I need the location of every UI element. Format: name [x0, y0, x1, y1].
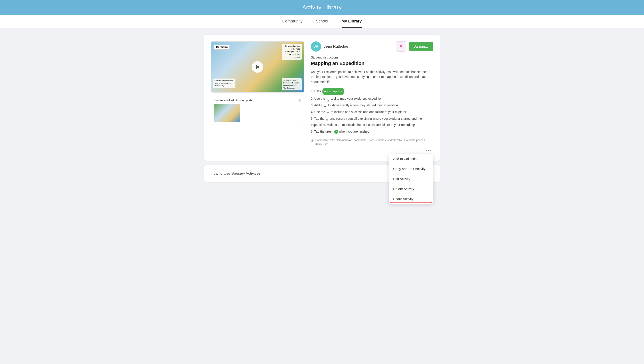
instruction-step-5: 5. Tap the ✏ and record yourself explain…	[311, 116, 433, 128]
video-thumbnail[interactable]: Cermeno Cermeno had one of the most thor…	[211, 42, 304, 92]
dropdown-edit-activity[interactable]: Edit Activity	[389, 174, 433, 184]
template-box: Students will edit this template 📎	[211, 96, 304, 125]
paperclip-icon: 📎	[298, 98, 301, 102]
step-num-1: 1. Click	[311, 88, 321, 94]
activity-info: JR Jean Rutledge Assign... Student Instr…	[311, 42, 433, 154]
star-icon: ✦	[323, 104, 327, 108]
dropdown-copy-edit[interactable]: Copy and Edit Activity	[389, 164, 433, 174]
author-info: JR Jean Rutledge	[311, 42, 348, 52]
add-response-badge: Add response	[322, 88, 344, 95]
step-text-4: 4. Use the T to include one success and …	[311, 109, 407, 115]
main-content: Cermeno Cermeno had one of the most thor…	[200, 35, 444, 182]
activity-card: Cermeno Cermeno had one of the most thor…	[204, 35, 440, 161]
template-label: Students will edit this template	[214, 98, 252, 102]
tab-community[interactable]: Community	[282, 19, 302, 28]
device-icon: 🖥	[311, 138, 314, 143]
video-label-bottom-right: On July 5, 1595 Cermeno left Manila isla…	[282, 78, 302, 90]
video-label-right: Cermeno had one of the most thorough map…	[282, 44, 302, 60]
text-icon: T	[326, 110, 330, 114]
dropdown-add-collection[interactable]: Add to Collection	[389, 154, 433, 164]
nav-tabs: Community School My Library	[0, 15, 644, 28]
dropdown-delete-activity[interactable]: Delete Activity	[389, 184, 433, 194]
tab-my-library[interactable]: My Library	[342, 19, 362, 28]
more-btn-row: ••• Add to Collection Copy and Edit Acti…	[311, 147, 433, 154]
triangle-icon: △	[326, 97, 330, 101]
instruction-step-6: 6. Tap the green ✓ when you are finished…	[311, 128, 433, 134]
author-name: Jean Rutledge	[324, 44, 348, 49]
instruction-step-2: 2. Use the △ tool to map your explorers'…	[311, 96, 433, 102]
page-title: Activity Library	[0, 4, 644, 11]
step-text-5: 5. Tap the ✏ and record yourself explain…	[311, 116, 433, 128]
activity-title: Mapping an Expedition	[311, 60, 433, 66]
favorite-button[interactable]	[396, 42, 406, 52]
instruction-step-4: 4. Use the T to include one success and …	[311, 109, 433, 115]
activity-media: Cermeno Cermeno had one of the most thor…	[211, 42, 304, 154]
step-text-6: 6. Tap the green ✓ when you are finished…	[311, 128, 370, 134]
tab-school[interactable]: School	[316, 19, 328, 28]
activity-header-row: JR Jean Rutledge Assign...	[311, 42, 433, 52]
activity-description: Use your Explorers packet to help work o…	[311, 70, 433, 84]
avatar: JR	[311, 42, 321, 52]
pen-icon: ✏	[325, 117, 329, 121]
dropdown-menu: Add to Collection Copy and Edit Activity…	[389, 154, 433, 204]
more-options-button[interactable]: •••	[424, 147, 433, 154]
header-actions: Assign...	[396, 42, 433, 52]
step-text-2: 2. Use the △ tool to map your explorers'…	[311, 96, 384, 102]
instruction-step-1: 1. Click Add response	[311, 88, 433, 95]
step-text-3: 3. Add a ✦ to show exactly where they st…	[311, 102, 399, 108]
instructions-list: 1. Click Add response 2. Use the △ tool …	[311, 88, 433, 134]
compatibility-info: 🖥 Compatible with: Chromebooks, computer…	[311, 138, 433, 146]
cermeno-label: Cermeno	[214, 45, 230, 50]
video-label-bottom-left: One of Cermeno's ship sank in a big stor…	[213, 78, 236, 88]
assign-button[interactable]: Assign...	[409, 42, 433, 51]
page-header: Activity Library	[0, 0, 644, 15]
dropdown-share-activity[interactable]: Share Activity	[389, 194, 433, 204]
section-label: Student Instructions	[311, 56, 433, 59]
compatibility-text: Compatible with: Chromebooks, computers,…	[315, 138, 433, 146]
template-map-image	[214, 104, 240, 122]
template-box-header: Students will edit this template 📎	[214, 98, 301, 102]
play-button[interactable]	[252, 61, 263, 73]
green-check-icon: ✓	[334, 130, 338, 134]
instruction-step-3: 3. Add a ✦ to show exactly where they st…	[311, 102, 433, 108]
